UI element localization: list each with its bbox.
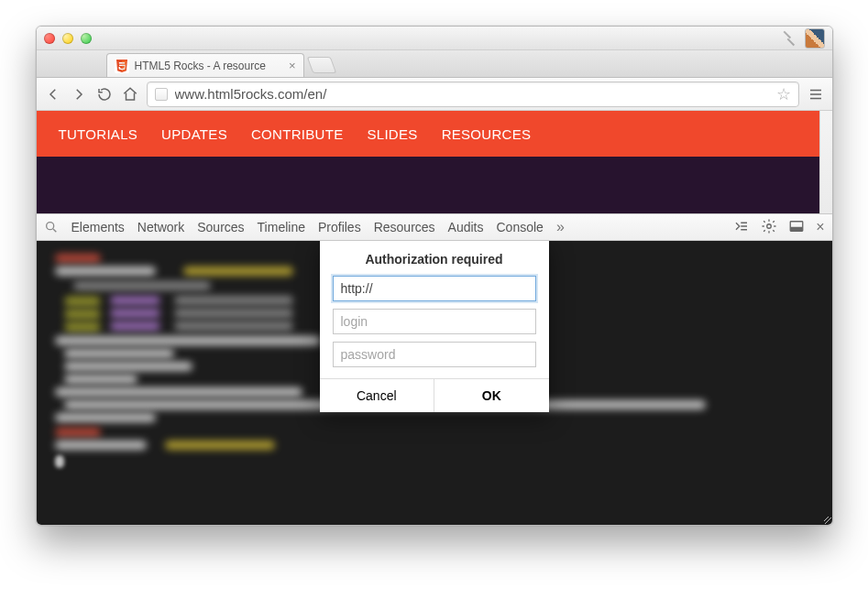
omnibox[interactable]: ☆ — [147, 82, 799, 107]
devtools-close-icon[interactable]: × — [816, 219, 824, 235]
back-button[interactable] — [44, 85, 62, 103]
auth-dialog: Authorization required Cancel OK — [320, 241, 549, 412]
tab-title: HTML5 Rocks - A resource — [135, 60, 283, 72]
hero-banner — [37, 157, 832, 213]
devtools-toolbar: Elements Network Sources Timeline Profil… — [37, 213, 832, 241]
browser-window: HTML5 Rocks - A resource × ☆ — [36, 26, 833, 526]
password-input[interactable] — [333, 342, 536, 367]
resize-grip[interactable] — [821, 514, 833, 526]
tab-strip: HTML5 Rocks - A resource × — [37, 50, 832, 78]
nav-contribute[interactable]: CONTRIBUTE — [251, 126, 344, 142]
server-url-input[interactable] — [333, 276, 536, 301]
nav-tutorials[interactable]: TUTORIALS — [59, 126, 138, 142]
dt-tab-sources[interactable]: Sources — [197, 220, 244, 234]
html5-favicon — [115, 59, 129, 73]
search-icon[interactable] — [44, 220, 59, 234]
toolbar: ☆ — [37, 78, 832, 111]
devtools-panel[interactable]: Authorization required Cancel OK — [37, 241, 832, 525]
new-tab-button[interactable] — [306, 57, 336, 73]
site-nav: TUTORIALS UPDATES CONTRIBUTE SLIDES RESO… — [37, 111, 832, 157]
nav-slides[interactable]: SLIDES — [367, 126, 417, 142]
cancel-button[interactable]: Cancel — [320, 379, 434, 412]
svg-rect-3 — [790, 226, 803, 231]
ok-button[interactable]: OK — [434, 379, 549, 412]
dock-icon[interactable] — [788, 218, 805, 237]
svg-point-1 — [767, 223, 772, 228]
dialog-title: Authorization required — [320, 241, 549, 276]
menu-button[interactable] — [807, 85, 825, 103]
zoom-window-button[interactable] — [81, 33, 92, 44]
settings-icon[interactable] — [761, 218, 777, 237]
dt-tab-elements[interactable]: Elements — [71, 220, 125, 234]
tab-close-icon[interactable]: × — [289, 59, 296, 72]
dt-tab-profiles[interactable]: Profiles — [318, 220, 361, 234]
svg-point-0 — [46, 223, 53, 230]
profile-avatar[interactable] — [805, 28, 825, 49]
dt-tab-timeline[interactable]: Timeline — [258, 220, 305, 234]
dt-tab-network[interactable]: Network — [137, 220, 184, 234]
window-controls — [44, 33, 92, 44]
fullscreen-icon[interactable] — [783, 32, 796, 45]
page-scrollbar[interactable] — [819, 111, 832, 213]
home-button[interactable] — [121, 85, 139, 103]
minimize-window-button[interactable] — [62, 33, 73, 44]
dt-tab-console[interactable]: Console — [497, 220, 544, 234]
page-content: TUTORIALS UPDATES CONTRIBUTE SLIDES RESO… — [37, 111, 832, 213]
titlebar — [37, 27, 832, 50]
overflow-icon[interactable]: » — [556, 219, 565, 235]
url-input[interactable] — [175, 86, 769, 102]
forward-button[interactable] — [70, 85, 88, 103]
reload-button[interactable] — [95, 85, 114, 103]
dt-tab-resources[interactable]: Resources — [374, 220, 435, 234]
drawer-toggle-icon[interactable] — [733, 218, 750, 237]
login-input[interactable] — [333, 309, 536, 334]
bookmark-star-icon[interactable]: ☆ — [776, 84, 791, 104]
browser-tab[interactable]: HTML5 Rocks - A resource × — [106, 53, 304, 77]
close-window-button[interactable] — [44, 33, 55, 44]
site-info-icon[interactable] — [155, 88, 168, 101]
nav-updates[interactable]: UPDATES — [161, 126, 227, 142]
nav-resources[interactable]: RESOURCES — [442, 126, 532, 142]
dt-tab-audits[interactable]: Audits — [448, 220, 484, 234]
